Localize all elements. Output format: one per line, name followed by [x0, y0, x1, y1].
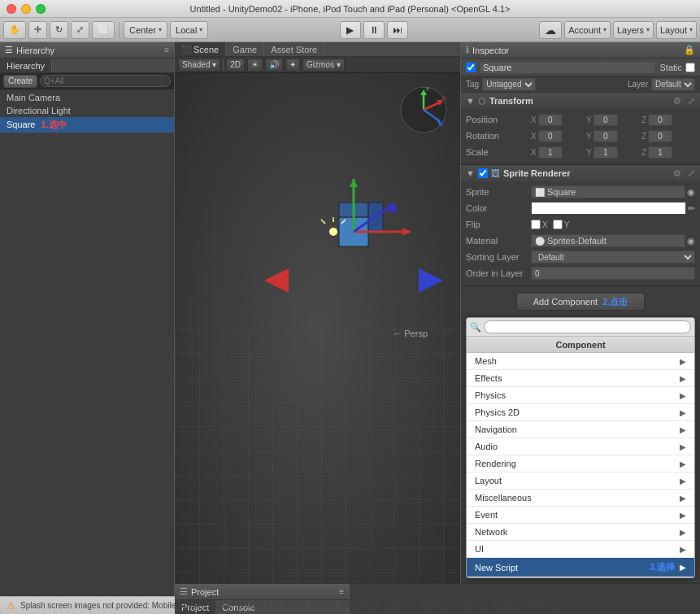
- hierarchy-options-icon[interactable]: ≡: [164, 46, 169, 54]
- comp-item-physics[interactable]: Physics ▶: [467, 387, 694, 404]
- sprite-field-row: Sprite ⬜ Square ◉: [466, 185, 695, 199]
- scale-x-input[interactable]: [538, 146, 563, 159]
- comp-effects-label: Effects: [475, 373, 502, 383]
- comp-item-physics2d[interactable]: Physics 2D ▶: [467, 404, 694, 421]
- layers-dropdown[interactable]: Layers ▾: [613, 21, 654, 39]
- sprite-gear-icon[interactable]: ⚙: [673, 168, 681, 179]
- hierarchy-item-square[interactable]: Square 1.选中: [0, 117, 174, 133]
- sprite-ref-icon[interactable]: ⤢: [688, 168, 695, 179]
- audio-button[interactable]: 🔊: [265, 59, 283, 72]
- comp-item-miscellaneous[interactable]: Miscellaneous ▶: [467, 490, 694, 507]
- hierarchy-title: Hierarchy: [16, 46, 54, 55]
- scene-viewport[interactable]: Y X Z ← Persp: [175, 73, 460, 583]
- maximize-button[interactable]: [36, 4, 46, 14]
- step-button[interactable]: ⏭: [387, 21, 408, 39]
- effects-button[interactable]: ✦: [285, 59, 300, 72]
- hierarchy-tab-active[interactable]: Hierarchy: [0, 59, 52, 72]
- project-panel-header: ☰ Project ≡: [175, 584, 349, 600]
- comp-miscellaneous-arrow: ▶: [680, 494, 686, 503]
- flip-y-checkbox[interactable]: [553, 220, 563, 229]
- static-checkbox[interactable]: [685, 63, 695, 72]
- pos-y-input[interactable]: [593, 114, 618, 126]
- tab-scene[interactable]: ⬛ Scene: [175, 42, 226, 56]
- center-button[interactable]: Center ▾: [124, 21, 167, 39]
- transform-gear-icon[interactable]: ⚙: [673, 96, 681, 107]
- cloud-button[interactable]: ☁: [539, 21, 562, 39]
- transform-header[interactable]: ▼ ⬡ Transform ⚙ ⤢: [461, 93, 700, 109]
- add-component-button[interactable]: Add Component 2.点击: [516, 293, 646, 311]
- scale-z-input[interactable]: [648, 146, 672, 159]
- comp-item-rendering[interactable]: Rendering ▶: [467, 455, 694, 472]
- material-value-display: ⚪ Sprites-Default: [531, 234, 685, 247]
- comp-item-event[interactable]: Event ▶: [467, 507, 694, 524]
- sprite-pick-icon[interactable]: ◉: [687, 187, 695, 198]
- comp-item-mesh[interactable]: Mesh ▶: [467, 353, 694, 370]
- comp-item-effects[interactable]: Effects ▶: [467, 370, 694, 387]
- order-layer-input[interactable]: [531, 267, 695, 280]
- local-button[interactable]: Local ▾: [170, 21, 208, 39]
- hierarchy-item-camera[interactable]: Main Camera: [0, 91, 174, 104]
- comp-item-ui[interactable]: UI ▶: [467, 541, 694, 558]
- pause-button[interactable]: ⏸: [363, 21, 385, 39]
- close-button[interactable]: [7, 4, 16, 14]
- project-options-icon[interactable]: ≡: [339, 587, 344, 596]
- play-button[interactable]: ▶: [340, 21, 361, 39]
- sprite-enabled-checkbox[interactable]: [478, 168, 488, 178]
- comp-navigation-arrow: ▶: [680, 425, 686, 434]
- lock-icon[interactable]: 🔒: [684, 45, 695, 55]
- layer-select[interactable]: Default: [651, 78, 695, 91]
- transform-body: Position X Y: [461, 109, 700, 164]
- tab-asset-store[interactable]: Asset Store: [264, 42, 324, 56]
- material-pick-icon[interactable]: ◉: [687, 236, 695, 246]
- hand-tool-button[interactable]: ✋: [3, 21, 26, 39]
- comp-item-audio[interactable]: Audio ▶: [467, 438, 694, 455]
- 2d-button[interactable]: 2D: [226, 59, 245, 72]
- gizmos-button[interactable]: Gizmos ▾: [302, 59, 345, 72]
- hierarchy-create-button[interactable]: Create: [3, 75, 37, 88]
- comp-item-new-script[interactable]: New Script 3.选择 ▶: [467, 558, 694, 577]
- sorting-layer-select[interactable]: Default: [531, 250, 695, 263]
- lighting-button[interactable]: ☀: [247, 59, 263, 72]
- hierarchy-item-light[interactable]: Directional Light: [0, 104, 174, 117]
- hierarchy-search-input[interactable]: [40, 75, 171, 87]
- move-tool-button[interactable]: ✛: [28, 21, 47, 39]
- account-dropdown[interactable]: Account ▾: [564, 21, 611, 39]
- scale-y-input[interactable]: [593, 146, 618, 159]
- comp-item-navigation[interactable]: Navigation ▶: [467, 421, 694, 438]
- scene-toolbar: Shaded ▾ 2D ☀ 🔊 ✦ Gizmos ▾: [175, 57, 460, 73]
- color-picker-icon[interactable]: ✏: [688, 203, 695, 214]
- add-component-row: Add Component 2.点击: [461, 286, 700, 317]
- tab-game[interactable]: Game: [226, 42, 264, 56]
- hierarchy-list: Main Camera Directional Light Square 1.选…: [0, 89, 174, 596]
- rect-tool-button[interactable]: ⬜: [92, 21, 115, 39]
- rotate-tool-button[interactable]: ↻: [50, 21, 68, 39]
- sprite-renderer-header[interactable]: ▼ 🖼 Sprite Renderer ⚙ ⤢: [461, 165, 700, 181]
- transform-ref-icon[interactable]: ⤢: [688, 96, 695, 107]
- tag-select[interactable]: Untagged: [482, 78, 536, 91]
- rot-y-input[interactable]: [593, 130, 618, 142]
- comp-item-network[interactable]: Network ▶: [467, 524, 694, 541]
- color-swatch[interactable]: [531, 202, 686, 215]
- play-icon: ▶: [346, 24, 354, 36]
- comp-network-label: Network: [475, 527, 507, 537]
- layout-dropdown[interactable]: Layout ▾: [656, 21, 697, 39]
- rot-x-input[interactable]: [538, 130, 563, 142]
- pos-x-input[interactable]: [538, 114, 563, 126]
- shaded-button[interactable]: Shaded ▾: [178, 59, 220, 72]
- active-checkbox[interactable]: [466, 63, 476, 72]
- position-label: Position: [466, 115, 531, 124]
- minimize-button[interactable]: [21, 4, 31, 14]
- pos-z-input[interactable]: [648, 114, 672, 126]
- comp-mesh-label: Mesh: [475, 356, 497, 366]
- window-title: Untitled - UnityDemo02 - iPhone, iPod To…: [190, 4, 511, 14]
- flip-x-checkbox[interactable]: [531, 220, 541, 229]
- object-name-input[interactable]: [479, 61, 656, 74]
- scale-z-field: Z: [641, 146, 695, 159]
- scale-y-field: Y: [586, 146, 640, 159]
- transform-collapse-icon: ▼: [466, 96, 475, 106]
- comp-search-input[interactable]: [484, 320, 691, 333]
- comp-audio-label: Audio: [475, 442, 498, 451]
- comp-item-layout[interactable]: Layout ▶: [467, 472, 694, 490]
- rot-z-input[interactable]: [648, 130, 672, 142]
- scale-tool-button[interactable]: ⤢: [71, 21, 89, 39]
